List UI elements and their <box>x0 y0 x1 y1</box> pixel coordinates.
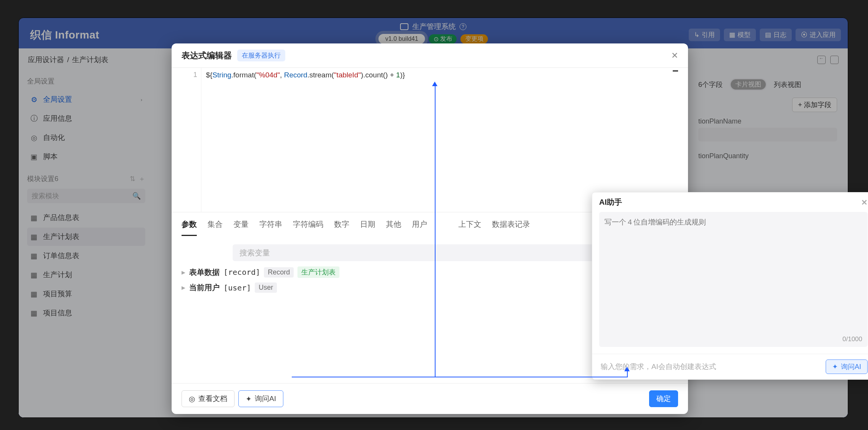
type-badge: Record <box>264 267 294 278</box>
sidebar-module-4[interactable]: ▦项目预算 <box>27 285 145 303</box>
sidebar-module-5[interactable]: ▦项目信息 <box>27 304 145 322</box>
script-icon: ▣ <box>30 153 38 160</box>
sidebar-module-0[interactable]: ▦产品信息表 <box>27 209 145 227</box>
version-row: v1.0 build41 ⊙发布 变更项 <box>378 34 488 44</box>
view-docs-button[interactable]: ◎查看文档 <box>182 390 235 407</box>
info-icon: ⓘ <box>30 115 38 122</box>
chevron-right-icon: › <box>141 97 142 103</box>
tab-other[interactable]: 其他 <box>386 219 401 236</box>
breadcrumb-designer[interactable]: 应用设计器 <box>28 55 64 65</box>
type-badge: User <box>255 282 277 293</box>
top-actions: ↳引用 ▦模型 ▤日志 ⦿进入应用 <box>689 29 841 41</box>
expand-icon[interactable]: ▶ <box>182 285 185 290</box>
sidebar-section-global: 全局设置 <box>27 77 145 86</box>
app-title-text: 生产管理系统 <box>412 22 456 32</box>
tab-number[interactable]: 数字 <box>334 219 349 236</box>
code-line: ${String.format("%04d", Record.stream("t… <box>201 68 410 212</box>
confirm-button[interactable]: 确定 <box>649 390 678 407</box>
tab-string[interactable]: 字符串 <box>259 219 282 236</box>
tab-user[interactable]: 用户 <box>412 219 427 236</box>
changes-button[interactable]: 变更项 <box>461 34 488 44</box>
add-module-icon[interactable]: ＋ <box>138 174 145 183</box>
tab-encoding[interactable]: 字符编码 <box>293 219 323 236</box>
model-button[interactable]: ▦模型 <box>724 29 756 41</box>
ai-icon: ✦ <box>246 395 252 403</box>
ai-char-counter: 0/1000 <box>842 335 862 343</box>
sidebar-item-app-info[interactable]: ⓘ 应用信息 <box>27 109 145 128</box>
add-field-button[interactable]: + 添加字段 <box>792 98 837 112</box>
field-placeholder-1 <box>698 128 837 141</box>
logo: 织信 Informat <box>30 28 99 42</box>
fields-count-label: 6个字段 <box>698 80 723 89</box>
sidebar-item-global-settings[interactable]: ⚙ 全局设置 › <box>27 90 145 109</box>
table-icon: ▦ <box>30 290 38 298</box>
field-name-1: tionPlanName <box>698 117 837 125</box>
ai-textarea[interactable]: 写一个４位自增编码的生成规则 0/1000 <box>599 212 868 347</box>
sidebar-item-script[interactable]: ▣ 脚本 <box>27 148 145 166</box>
table-icon: ▦ <box>30 309 38 317</box>
modal-footer: ◎查看文档 ✦询问AI 确定 <box>172 383 688 414</box>
enter-app-button[interactable]: ⦿进入应用 <box>796 29 841 41</box>
field-name-2: tionPlanQuantity <box>698 152 837 160</box>
tab-params[interactable]: 参数 <box>182 219 197 236</box>
view-segment: 卡片视图 <box>730 78 767 91</box>
sidebar-module-1[interactable]: ▦生产计划表 <box>27 228 145 246</box>
layout-icon[interactable] <box>830 56 839 64</box>
code-editor[interactable]: 1 ${String.format("%04d", Record.stream(… <box>172 67 688 212</box>
table-icon: ▦ <box>30 214 38 221</box>
automation-icon: ◎ <box>30 134 38 141</box>
publish-button[interactable]: ⊙发布 <box>429 34 457 44</box>
source-badge: 生产计划表 <box>297 266 339 278</box>
tab-context[interactable]: 上下文 <box>458 219 481 236</box>
seg-card-view[interactable]: 卡片视图 <box>731 79 766 90</box>
ai-close-icon[interactable]: ✕ <box>861 198 868 207</box>
collapse-icon[interactable] <box>817 56 826 64</box>
ai-input-hint[interactable]: 输入您的需求，AI会自动创建表达式 <box>599 359 822 374</box>
table-icon: ▦ <box>30 233 38 241</box>
modal-header: 表达式编辑器 在服务器执行 ✕ <box>172 43 688 67</box>
quote-button[interactable]: ↳引用 <box>689 29 720 41</box>
ai-assistant-panel: AI助手 ✕ 写一个４位自增编码的生成规则 0/1000 输入您的需求，AI会自… <box>592 192 868 380</box>
breadcrumb-page[interactable]: 生产计划表 <box>72 55 108 65</box>
tab-collections[interactable]: 集合 <box>207 219 223 236</box>
ai-panel-header: AI助手 ✕ <box>592 193 868 212</box>
expand-icon[interactable]: ▶ <box>182 270 185 275</box>
table-icon: ▦ <box>30 271 38 279</box>
ai-panel-footer: 输入您的需求，AI会自动创建表达式 ✦询问AI <box>592 354 868 379</box>
modal-title: 表达式编辑器 <box>182 50 232 61</box>
sidebar-item-automation[interactable]: ◎ 自动化 <box>27 128 145 147</box>
sidebar-section-modules: 模块设置6 ⇅ ＋ <box>27 174 145 183</box>
search-module-input[interactable]: 搜索模块 🔍 <box>27 189 145 203</box>
sidebar-module-3[interactable]: ▦生产计划 <box>27 266 145 284</box>
ai-submit-button[interactable]: ✦询问AI <box>826 359 868 374</box>
app-title-bar: 生产管理系统 ? <box>400 22 466 32</box>
table-icon: ▦ <box>30 252 38 260</box>
app-icon <box>400 23 408 30</box>
seg-list-view[interactable]: 列表视图 <box>774 80 801 89</box>
tab-records[interactable]: 数据表记录 <box>492 219 530 236</box>
tab-date[interactable]: 日期 <box>360 219 375 236</box>
sidebar-module-2[interactable]: ▦订单信息表 <box>27 247 145 265</box>
doc-icon: ◎ <box>189 395 195 403</box>
ai-panel-title: AI助手 <box>599 197 622 207</box>
right-panel-header: 6个字段 卡片视图 列表视图 <box>698 78 837 91</box>
gear-icon: ⚙ <box>30 96 38 103</box>
tab-vars[interactable]: 变量 <box>233 219 249 236</box>
modal-close-icon[interactable]: ✕ <box>671 51 678 61</box>
help-icon[interactable]: ? <box>460 23 466 30</box>
log-button[interactable]: ▤日志 <box>760 29 792 41</box>
modal-run-on-server-tag: 在服务器执行 <box>237 50 285 61</box>
sidebar: 全局设置 ⚙ 全局设置 › ⓘ 应用信息 ◎ 自动化 ▣ 脚本 模块设置6 ⇅ … <box>19 70 154 417</box>
ai-icon: ✦ <box>832 363 838 371</box>
version-chip: v1.0 build41 <box>378 34 425 44</box>
ask-ai-button[interactable]: ✦询问AI <box>238 390 283 407</box>
code-gutter: 1 <box>172 68 201 212</box>
sort-icon[interactable]: ⇅ <box>130 175 135 183</box>
search-icon: 🔍 <box>132 192 141 200</box>
